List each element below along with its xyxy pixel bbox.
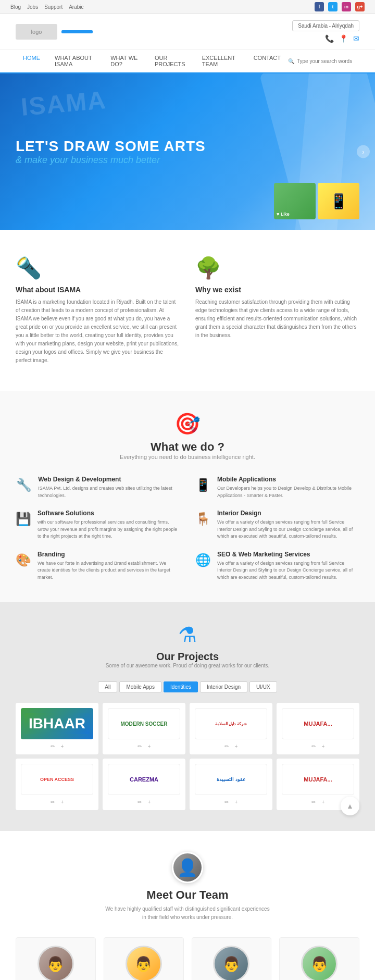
about-icon-1: 🔦 [16,256,180,280]
search-input[interactable] [297,58,359,64]
support-link[interactable]: Support [44,4,63,10]
scroll-top-button[interactable]: ▲ [341,797,359,815]
googleplus-icon[interactable]: g+ [355,2,365,11]
add-icon-6[interactable]: + [235,799,238,805]
hero-decoration: ♥Like 📱 ♥Like › [193,73,375,230]
team-photo-mohammed: 👨 [213,946,249,980]
service-branding-title: Branding [38,551,180,558]
add-icon-0[interactable]: + [61,743,64,749]
contact-icons: 📞 📍 ✉ [325,34,359,43]
add-icon-7[interactable]: + [322,799,325,805]
edit-icon-7[interactable]: ✏ [311,799,316,805]
edit-icon-2[interactable]: ✏ [224,743,229,749]
nav-team[interactable]: Excellent Team [195,49,246,73]
hero-text: LET'S DRAW SOME ARTS & make your busines… [16,138,206,166]
map-pin-icon[interactable]: 📍 [339,34,348,43]
project-actions-5: ✏ + [138,799,151,805]
location-button[interactable]: Saudi Arabia - Alriyqdah [292,20,359,31]
projects-subtitle: Some of our awesome work. Proud of doing… [16,663,359,668]
twitter-icon[interactable]: t [328,2,338,11]
facebook-icon[interactable]: f [315,2,324,11]
edit-icon-3[interactable]: ✏ [311,743,316,749]
nav-search[interactable]: 🔍 [288,58,359,64]
phone-icon[interactable]: 📞 [325,34,334,43]
edit-icon-4[interactable]: ✏ [51,799,55,805]
whatwedo-icon: 🎯 [174,412,201,436]
project-card-openaccess: OPEN ACCESS ✏ + [16,759,98,810]
about-section: 🔦 What about ISAMA ISAMA is a marketing … [0,230,375,391]
team-grid: 👨 Tamer Senior Software Engineer f t in … [16,937,359,980]
add-icon-4[interactable]: + [61,799,64,805]
nav-projects[interactable]: Our Projects [147,49,195,73]
service-software-desc: with our software for professional servi… [38,519,180,540]
service-software-icon: 💾 [16,510,31,528]
add-icon-1[interactable]: + [148,743,151,749]
service-branding: 🎨 Branding We have our forte in advertis… [16,551,180,581]
blog-link[interactable]: Blog [10,4,21,10]
ahmed-avatar: 👨 [303,947,336,980]
nav-contact[interactable]: Contact [246,49,288,73]
service-interior-desc: We offer a variety of design services ra… [217,519,359,540]
service-seo-text: SEO & Web Marketing Services We offer a … [217,551,359,581]
arabic-link[interactable]: Arabic [69,4,83,10]
nav-about[interactable]: What about ISAMA [47,49,103,73]
project-logo-carezma: CAREZMA [108,764,180,795]
team-section: 👤 Meet Our Team We have highly qualified… [0,831,375,980]
projects-grid: IBHAAR ✏ + MODERN SOCCER ✏ + شركة دليل ا… [16,703,359,810]
project-actions-6: ✏ + [224,799,238,805]
add-icon-3[interactable]: + [322,743,325,749]
jobs-link[interactable]: Jobs [27,4,38,10]
nav-links: HOME What about ISAMA What we do? Our Pr… [16,49,288,72]
nav-whatwedo[interactable]: What we do? [103,49,147,73]
service-branding-icon: 🎨 [16,551,31,569]
service-webdev-title: Web Design & Development [38,476,180,483]
edit-icon-1[interactable]: ✏ [138,743,142,749]
whatwedo-title: What we do ? [151,440,224,454]
carezma-logo-text: CAREZMA [130,776,158,783]
project-logo-openaccess: OPEN ACCESS [21,764,93,795]
filter-all[interactable]: All [98,681,117,692]
logo: logo [16,24,57,40]
service-webdev-text: Web Design & Development ISAMA Pvt. Ltd.… [38,476,180,499]
filter-uiux[interactable]: UI/UX [249,681,277,692]
hero-brand: ISAMA [20,85,108,121]
project-logo-soccer: MODERN SOCCER [108,708,180,739]
edit-icon-0[interactable]: ✏ [51,743,55,749]
team-subtitle: We have highly qualified staff with dist… [104,905,271,922]
filter-identities[interactable]: Identities [164,681,198,692]
instagram-icon[interactable]: in [342,2,351,11]
service-software-text: Software Solutions with our software for… [38,510,180,540]
service-interior-title: Interior Design [217,510,359,517]
team-photo-hazem: 👨 [126,946,162,980]
team-photo-tamer: 👨 [38,946,74,980]
team-card-tamer: 👨 Tamer Senior Software Engineer f t in … [16,937,96,980]
email-icon[interactable]: ✉ [353,34,359,43]
service-mobile-icon: 📱 [195,476,211,494]
soccer-logo-text: MODERN SOCCER [120,721,167,727]
project-actions-7: ✏ + [311,799,325,805]
project-actions-2: ✏ + [224,743,238,749]
logo-decoration [61,30,93,33]
about-icon-2: 🌳 [195,256,359,280]
about-title-1: What about ISAMA [16,286,180,294]
add-icon-5[interactable]: + [148,799,151,805]
project-card-mujafa: MUJAFA... ✏ + [277,703,359,754]
add-icon-2[interactable]: + [235,743,238,749]
service-seo-desc: We offer a variety of design services ra… [217,560,359,581]
hazem-avatar: 👨 [127,947,160,980]
edit-icon-6[interactable]: ✏ [224,799,229,805]
service-seo-icon: 🌐 [195,551,211,569]
filter-mobile[interactable]: Mobile Apps [119,681,161,692]
filter-interior[interactable]: Interior Design [200,681,247,692]
hero-next-arrow[interactable]: › [357,145,370,158]
edit-icon-5[interactable]: ✏ [138,799,142,805]
mujafa2-logo-text: MUJAFA... [304,776,332,783]
site-header: logo Saudi Arabia - Alriyqdah 📞 📍 ✉ [0,14,375,49]
project-logo-safety: شركة دليل السلامة [195,708,267,739]
whatwedo-header: 🎯 What we do ? Everything you need to do… [16,412,359,460]
nav-home[interactable]: HOME [16,49,47,73]
project-actions-0: ✏ + [51,743,64,749]
projects-section: ⚗ Our Projects Some of our awesome work.… [0,602,375,831]
projects-section-wrapper: ⚗ Our Projects Some of our awesome work.… [0,602,375,831]
service-branding-desc: We have our forte in advertising and Bra… [38,560,180,581]
